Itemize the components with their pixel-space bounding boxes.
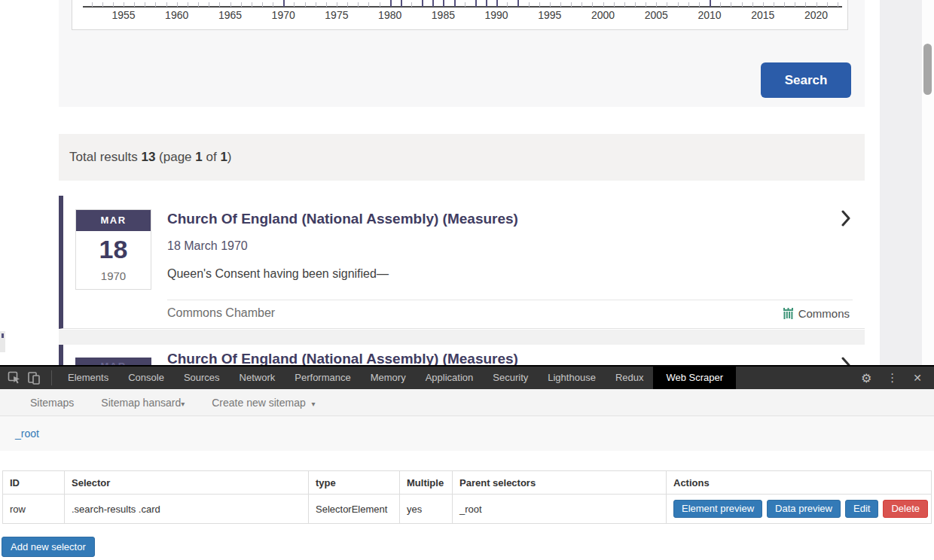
- year-tick: [326, 2, 327, 7]
- year-tick: [550, 2, 551, 7]
- date-badge-day: 18: [76, 231, 151, 267]
- year-tick: [262, 2, 263, 7]
- devtools-tabbar: Elements Console Sources Network Perform…: [0, 367, 934, 389]
- devtools-tab-lighthouse[interactable]: Lighthouse: [538, 367, 606, 389]
- devtools-tab-redux[interactable]: Redux: [606, 367, 654, 389]
- devtools-tab-application[interactable]: Application: [416, 367, 484, 389]
- year-label: 2015: [751, 9, 774, 21]
- year-tick: [273, 2, 273, 7]
- result-bar: [486, 0, 487, 7]
- result-card[interactable]: MAR Church Of England (National Assembly…: [59, 345, 865, 367]
- result-card[interactable]: MAR 18 1970 Church Of England (National …: [59, 196, 865, 329]
- search-button[interactable]: Search: [761, 62, 851, 98]
- left-edge-mark: [2, 333, 4, 338]
- result-bar: [443, 0, 444, 7]
- menu-sitemap-dropdown[interactable]: Sitemap hansard▾: [101, 397, 185, 409]
- timeline-chart: 1955196019651970197519801985199019952000…: [72, 0, 848, 30]
- result-bar: [422, 0, 423, 7]
- year-tick: [465, 2, 465, 7]
- col-multiple: Multiple: [400, 471, 453, 495]
- year-label: 1980: [378, 9, 401, 21]
- cards-gap: [59, 330, 865, 345]
- devtools-tab-sources[interactable]: Sources: [174, 367, 230, 389]
- year-tick: [603, 2, 604, 7]
- year-tick: [529, 2, 530, 7]
- year-tick: [581, 2, 582, 7]
- year-tick: [699, 2, 700, 7]
- cell-multiple: yes: [400, 495, 453, 524]
- breadcrumb-root-link[interactable]: _root: [15, 428, 39, 440]
- chevron-right-icon[interactable]: [841, 210, 851, 227]
- results-page: 1: [195, 150, 202, 165]
- add-new-selector-button[interactable]: Add new selector: [2, 537, 95, 557]
- year-label: 1995: [538, 9, 561, 21]
- col-actions: Actions: [667, 471, 932, 495]
- webscraper-toolbar: Sitemaps Sitemap hansard▾ Create new sit…: [0, 389, 934, 416]
- cell-actions: Element preview Data preview Edit Delete: [667, 495, 932, 524]
- year-label: 1955: [111, 9, 135, 21]
- year-tick: [305, 2, 306, 7]
- menu-create-new-sitemap[interactable]: Create new sitemap ▾: [212, 397, 315, 409]
- cell-id: row: [3, 495, 65, 524]
- kebab-menu-icon[interactable]: ⋮: [887, 371, 898, 385]
- year-tick: [816, 2, 817, 7]
- devtools-tab-console[interactable]: Console: [118, 367, 174, 389]
- year-tick: [316, 2, 316, 7]
- page-gutter: [880, 0, 922, 365]
- breadcrumb: _root: [0, 416, 934, 451]
- year-tick: [134, 2, 135, 7]
- data-preview-button[interactable]: Data preview: [767, 500, 841, 518]
- close-icon[interactable]: ✕: [913, 372, 922, 384]
- menu-sitemaps[interactable]: Sitemaps: [30, 397, 74, 409]
- result-bar: [432, 0, 434, 7]
- table-header-row: ID Selector type Multiple Parent selecto…: [3, 471, 932, 495]
- year-label: 1990: [485, 9, 508, 21]
- result-title: Church Of England (National Assembly) (M…: [167, 211, 518, 227]
- devtools-tab-network[interactable]: Network: [230, 367, 285, 389]
- year-tick: [731, 2, 731, 7]
- tabbar-separator: [51, 370, 52, 385]
- settings-gear-icon[interactable]: ⚙: [861, 371, 871, 385]
- year-tick: [209, 2, 209, 7]
- scrollbar-thumb[interactable]: [923, 44, 932, 95]
- result-bar: [496, 0, 498, 7]
- result-bar: [401, 0, 402, 7]
- year-tick: [198, 2, 199, 7]
- result-bar: [475, 0, 477, 7]
- year-tick: [358, 2, 359, 7]
- devtools-tab-web-scraper[interactable]: Web Scraper: [653, 367, 736, 389]
- date-badge: MAR 18 1970: [75, 209, 151, 290]
- year-tick: [188, 2, 188, 7]
- results-count: 13: [141, 150, 155, 165]
- year-tick: [624, 2, 625, 7]
- devtools-tab-memory[interactable]: Memory: [361, 367, 416, 389]
- inspect-element-icon[interactable]: [5, 368, 24, 388]
- year-tick: [507, 2, 508, 7]
- year-tick: [252, 2, 252, 7]
- year-tick: [368, 2, 369, 7]
- devtools-tab-elements[interactable]: Elements: [58, 367, 118, 389]
- year-tick: [805, 2, 806, 7]
- results-summary: Total results 13 (page 1 of 1): [59, 134, 865, 181]
- year-tick: [827, 2, 828, 7]
- year-tick: [337, 2, 337, 7]
- result-excerpt: Queen's Consent having been signified—: [167, 267, 389, 281]
- year-tick: [230, 2, 231, 7]
- edit-button[interactable]: Edit: [845, 500, 878, 518]
- delete-button[interactable]: Delete: [883, 500, 928, 518]
- year-tick: [177, 2, 178, 7]
- table-row: row .search-results .card SelectorElemen…: [3, 495, 932, 524]
- date-badge-month: MAR: [76, 210, 151, 231]
- year-tick: [294, 2, 295, 7]
- year-tick: [678, 2, 679, 7]
- year-tick: [635, 2, 636, 7]
- device-toolbar-icon[interactable]: [24, 368, 44, 388]
- year-tick: [241, 2, 242, 7]
- year-tick: [571, 2, 572, 7]
- house-label: Commons: [798, 307, 850, 320]
- devtools-tab-security[interactable]: Security: [483, 367, 538, 389]
- devtools-tab-performance[interactable]: Performance: [285, 367, 360, 389]
- element-preview-button[interactable]: Element preview: [673, 500, 762, 518]
- result-location: Commons Chamber: [167, 306, 275, 320]
- devtools-controls: ⚙ ⋮ ✕: [861, 371, 922, 385]
